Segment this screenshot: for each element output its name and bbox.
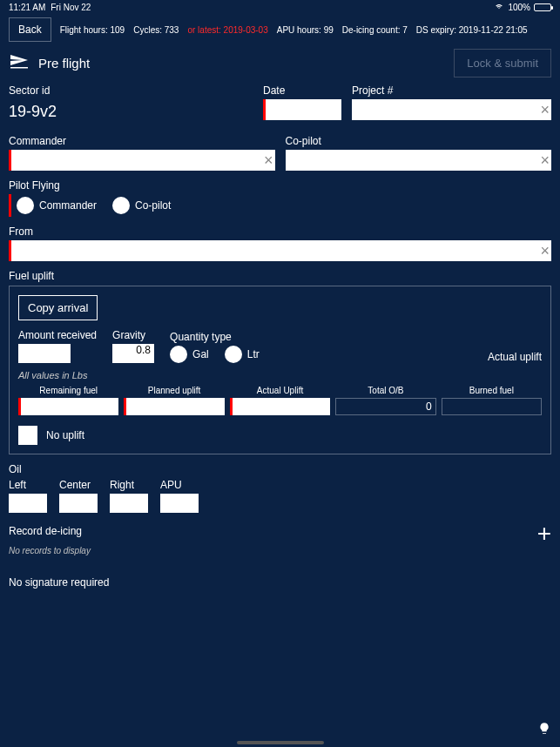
radio-gal-label: Gal bbox=[192, 348, 209, 360]
radio-copilot-label: Co-pilot bbox=[135, 199, 171, 212]
fuel-uplift-label: Fuel uplift bbox=[9, 270, 54, 282]
clear-icon[interactable]: × bbox=[264, 151, 273, 170]
apu-hours: APU hours: 99 bbox=[277, 25, 334, 35]
from-input[interactable]: × bbox=[9, 240, 551, 261]
sector-id-value: 19-9v2 bbox=[9, 99, 253, 126]
radio-gal[interactable] bbox=[170, 346, 187, 363]
values-note: All values in Lbs bbox=[18, 370, 542, 380]
oil-label: Oil bbox=[9, 463, 22, 475]
back-button[interactable]: Back bbox=[9, 17, 51, 42]
from-label: From bbox=[9, 225, 551, 238]
oil-left-input[interactable] bbox=[9, 494, 47, 513]
radio-ltr[interactable] bbox=[225, 346, 242, 363]
remaining-fuel-label: Remaining fuel bbox=[39, 386, 98, 395]
burned-fuel-label: Burned fuel bbox=[469, 386, 514, 395]
status-time: 11:21 AM bbox=[9, 3, 45, 12]
project-label: Project # bbox=[352, 84, 551, 97]
no-uplift-checkbox[interactable] bbox=[18, 426, 37, 445]
gravity-input[interactable]: 0.8 bbox=[112, 344, 154, 363]
radio-ltr-label: Ltr bbox=[247, 348, 260, 360]
oil-left-label: Left bbox=[9, 479, 47, 491]
page-title: Pre flight bbox=[38, 56, 90, 71]
copilot-input[interactable]: × bbox=[286, 150, 552, 171]
lightbulb-icon[interactable] bbox=[537, 722, 551, 738]
header-row: Pre flight Lock & submit bbox=[0, 49, 560, 84]
oil-center-label: Center bbox=[59, 479, 98, 491]
deicing-count: De-icing count: 7 bbox=[342, 25, 408, 35]
actual-uplift-heading: Actual uplift bbox=[488, 351, 542, 363]
amount-received-label: Amount received bbox=[18, 329, 97, 341]
radio-commander[interactable] bbox=[17, 197, 34, 214]
gravity-label: Gravity bbox=[112, 329, 154, 341]
ds-expiry: DS expiry: 2019-11-22 21:05 bbox=[416, 25, 528, 35]
svg-rect-0 bbox=[10, 67, 28, 69]
oil-apu-input[interactable] bbox=[160, 494, 199, 513]
deicing-empty: No records to display bbox=[0, 546, 560, 555]
pilot-flying-label: Pilot Flying bbox=[9, 179, 551, 192]
total-ob-value: 0 bbox=[335, 398, 435, 415]
copy-arrival-button[interactable]: Copy arrival bbox=[18, 295, 98, 320]
top-info-bar: Back Flight hours: 109 Cycles: 733 or la… bbox=[0, 14, 560, 49]
status-bar: 11:21 AM Fri Nov 22 100% bbox=[0, 0, 560, 14]
no-uplift-label: No uplift bbox=[46, 429, 84, 441]
amount-received-input[interactable] bbox=[18, 344, 71, 363]
battery-pct: 100% bbox=[508, 3, 530, 12]
planned-uplift-input[interactable] bbox=[124, 398, 224, 415]
status-date: Fri Nov 22 bbox=[51, 3, 91, 12]
clear-icon[interactable]: × bbox=[540, 151, 550, 170]
sector-id-label: Sector id bbox=[9, 84, 253, 97]
total-ob-label: Total O/B bbox=[368, 386, 403, 395]
fuel-uplift-box: Copy arrival Amount received Gravity 0.8… bbox=[9, 286, 551, 454]
cycles: Cycles: 733 bbox=[133, 25, 179, 35]
oil-right-label: Right bbox=[110, 479, 148, 491]
commander-input[interactable]: × bbox=[9, 150, 275, 171]
clear-icon[interactable]: × bbox=[540, 101, 550, 119]
date-label: Date bbox=[263, 84, 341, 97]
record-deicing-label: Record de-icing bbox=[9, 525, 82, 537]
battery-icon bbox=[534, 3, 551, 11]
flight-hours: Flight hours: 109 bbox=[60, 25, 125, 35]
radio-copilot[interactable] bbox=[112, 197, 130, 214]
quantity-type-label: Quantity type bbox=[170, 331, 260, 343]
actual-uplift-input[interactable] bbox=[230, 398, 330, 415]
oil-apu-label: APU bbox=[160, 479, 199, 491]
lock-submit-button[interactable]: Lock & submit bbox=[454, 49, 551, 77]
actual-uplift-col-label: Actual Uplift bbox=[257, 386, 303, 395]
copilot-label: Co-pilot bbox=[286, 135, 552, 147]
add-deicing-button[interactable]: + bbox=[537, 525, 551, 542]
clear-icon[interactable]: × bbox=[540, 242, 550, 260]
date-input[interactable] bbox=[263, 99, 341, 120]
oil-right-input[interactable] bbox=[110, 494, 148, 513]
planned-uplift-label: Planned uplift bbox=[148, 386, 201, 395]
project-input[interactable]: × bbox=[352, 99, 551, 120]
radio-commander-label: Commander bbox=[39, 199, 97, 212]
or-latest: or latest: 2019-03-03 bbox=[187, 25, 267, 35]
wifi-icon bbox=[494, 2, 504, 12]
oil-center-input[interactable] bbox=[59, 494, 98, 513]
plane-icon bbox=[9, 51, 30, 75]
burned-fuel-value bbox=[442, 398, 542, 415]
remaining-fuel-input[interactable] bbox=[18, 398, 118, 415]
home-indicator bbox=[237, 741, 324, 744]
commander-label: Commander bbox=[9, 135, 275, 147]
signature-status: No signature required bbox=[0, 555, 560, 609]
